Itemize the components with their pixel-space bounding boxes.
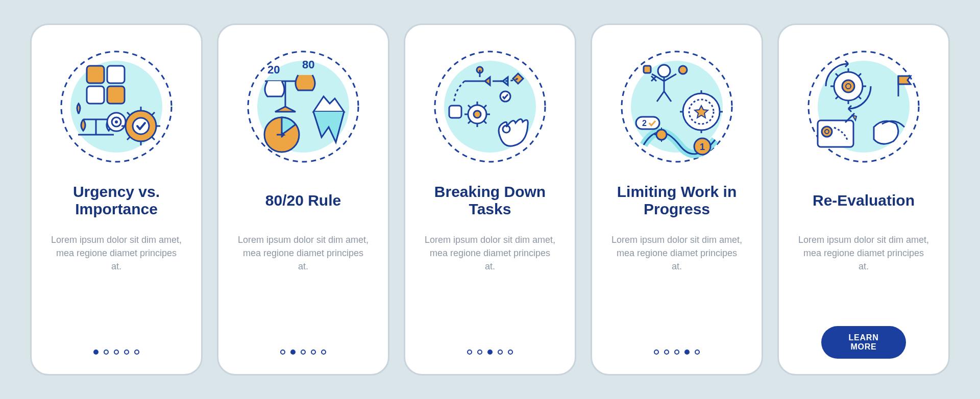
- pager-dot-2[interactable]: [104, 350, 109, 355]
- svg-text:20: 20: [267, 63, 280, 76]
- svg-point-39: [842, 80, 854, 92]
- pager-dot-1[interactable]: [467, 350, 472, 355]
- card-title: Re-Evaluation: [813, 182, 915, 219]
- pager-dot-1[interactable]: [93, 350, 99, 355]
- card-description: Lorem ipsum dolor sit dim amet, mea regi…: [424, 233, 556, 273]
- onboarding-card-2: 20 80 80/20 Rule Lorem ipsum dolor sit d…: [217, 23, 389, 376]
- pager-dot-4[interactable]: [498, 350, 503, 355]
- pager-dot-2[interactable]: [477, 350, 482, 355]
- card-title: Urgency vs. Importance: [47, 182, 186, 219]
- onboarding-card-5: Re-Evaluation Lorem ipsum dolor sit dim …: [777, 23, 950, 376]
- pager-dot-4[interactable]: [124, 350, 129, 355]
- pager-dot-5[interactable]: [508, 350, 513, 355]
- onboarding-card-3: Breaking Down Tasks Lorem ipsum dolor si…: [404, 23, 576, 376]
- svg-point-8: [115, 120, 118, 123]
- card-title: 80/20 Rule: [265, 182, 341, 219]
- pager-dot-5[interactable]: [134, 350, 139, 355]
- card-description: Lorem ipsum dolor sit dim amet, mea regi…: [797, 233, 930, 273]
- svg-rect-3: [107, 66, 125, 83]
- onboarding-card-4: 1 2 Limiting Work in Progress Lorem ipsu…: [591, 23, 763, 376]
- svg-text:80: 80: [302, 58, 314, 71]
- pager-dot-5[interactable]: [695, 350, 700, 355]
- pager-dot-2[interactable]: [664, 350, 669, 355]
- pager-dot-4[interactable]: [684, 350, 690, 355]
- svg-rect-33: [636, 117, 659, 129]
- svg-text:1: 1: [700, 142, 705, 152]
- pager-dots: [592, 350, 762, 355]
- onboarding-card-1: Urgency vs. Importance Lorem ipsum dolor…: [30, 23, 203, 376]
- pager-dots: [218, 350, 388, 355]
- svg-rect-27: [644, 66, 651, 73]
- svg-rect-4: [87, 86, 104, 104]
- svg-point-10: [133, 118, 149, 134]
- pager-dot-3[interactable]: [114, 350, 119, 355]
- svg-rect-5: [107, 86, 125, 104]
- pager-dots: [32, 350, 201, 355]
- card-title: Limiting Work in Progress: [607, 182, 746, 219]
- pager-dot-1[interactable]: [654, 350, 659, 355]
- urgency-importance-illustration: [55, 45, 178, 168]
- pager-dot-3[interactable]: [301, 350, 306, 355]
- re-evaluation-illustration: [802, 45, 925, 168]
- svg-point-35: [656, 130, 667, 140]
- svg-point-28: [679, 66, 687, 74]
- svg-rect-2: [87, 66, 104, 83]
- pager-dot-3[interactable]: [674, 350, 679, 355]
- limiting-wip-illustration: 1 2: [616, 45, 738, 168]
- card-description: Lorem ipsum dolor sit dim amet, mea regi…: [237, 233, 370, 273]
- pager-dot-5[interactable]: [321, 350, 326, 355]
- card-description: Lorem ipsum dolor sit dim amet, mea regi…: [610, 233, 743, 273]
- breaking-tasks-illustration: [429, 45, 551, 168]
- card-description: Lorem ipsum dolor sit dim amet, mea regi…: [50, 233, 183, 273]
- pager-dots: [405, 350, 575, 355]
- svg-point-26: [658, 65, 670, 77]
- learn-more-button[interactable]: LEARN MORE: [821, 326, 906, 359]
- card-title: Breaking Down Tasks: [421, 182, 559, 219]
- svg-point-22: [474, 111, 481, 118]
- pareto-80-20-illustration: 20 80: [242, 45, 364, 168]
- pager-dot-1[interactable]: [280, 350, 285, 355]
- pager-dot-3[interactable]: [487, 350, 493, 355]
- pager-dot-4[interactable]: [311, 350, 316, 355]
- svg-point-42: [822, 127, 832, 137]
- svg-rect-19: [449, 106, 461, 118]
- svg-text:2: 2: [642, 119, 647, 128]
- pager-dot-2[interactable]: [290, 350, 296, 355]
